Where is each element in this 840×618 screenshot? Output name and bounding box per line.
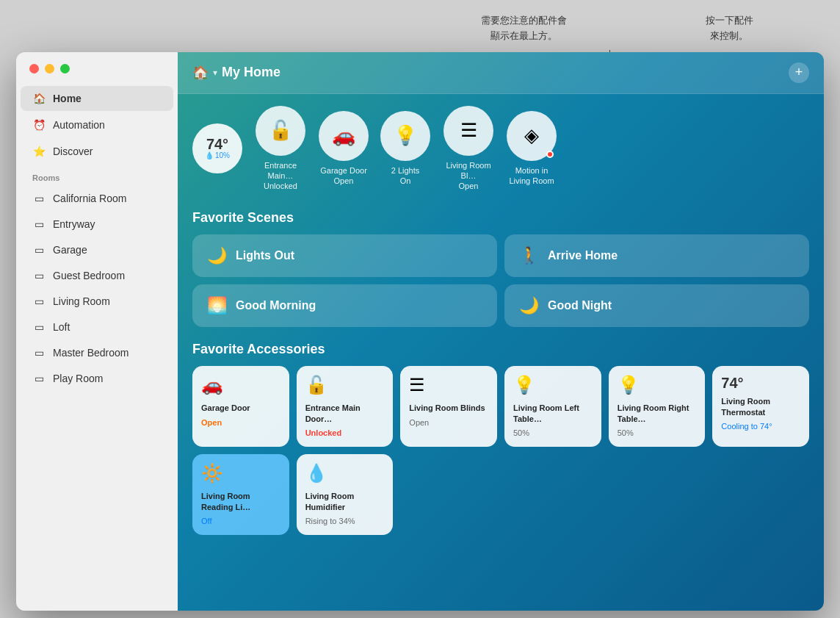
thermostat-humidity: 💧10%: [205, 151, 230, 159]
accessory-name-reading-light: Living Room Reading Li…: [201, 491, 280, 512]
scene-label-arrive-home: Arrive Home: [548, 249, 618, 262]
status-item-entrance-door[interactable]: 🔓 Entrance Main… Unlocked: [254, 106, 307, 192]
add-button[interactable]: +: [789, 62, 809, 83]
room-icon-entryway: ▭: [32, 218, 46, 231]
scene-good-morning[interactable]: 🌅 Good Morning: [192, 284, 497, 327]
accessory-status-reading-light: Off: [201, 517, 280, 525]
scene-icon-good-night: 🌙: [519, 296, 539, 315]
accessory-garage-door[interactable]: 🚗 Garage Door Open: [192, 366, 289, 447]
main-header: 🏠 ▾ My Home +: [178, 52, 824, 94]
traffic-light-minimize[interactable]: [45, 64, 54, 73]
status-item-garage-door[interactable]: 🚗 Garage Door Open: [319, 111, 369, 187]
sidebar-room-label-loft: Loft: [53, 321, 70, 333]
sidebar-item-home-label: Home: [53, 93, 82, 104]
header-chevron-icon[interactable]: ▾: [213, 68, 217, 78]
accessory-name-living-room-blinds: Living Room Blinds: [409, 403, 488, 413]
room-icon-california-room: ▭: [32, 192, 46, 205]
accessory-right-table-lamp[interactable]: 💡 Living Room Right Table… 50%: [609, 366, 706, 447]
status-icon-garage-door: 🚗: [332, 124, 355, 147]
scene-good-night[interactable]: 🌙 Good Night: [504, 284, 809, 327]
traffic-light-close[interactable]: [29, 64, 39, 73]
sidebar-room-label-guest-bedroom: Guest Bedroom: [53, 270, 125, 281]
accessory-thermostat[interactable]: 74° Living Room Thermostat Cooling to 74…: [712, 366, 809, 447]
sidebar-item-garage[interactable]: ▭ Garage: [21, 237, 173, 262]
accessory-temp-thermostat: 74°: [721, 375, 800, 392]
accessory-icon-reading-light: 🔆: [201, 463, 280, 484]
room-icon-living-room: ▭: [32, 295, 46, 308]
status-item-living-room-blinds[interactable]: ☰ Living Room Bl… Open: [442, 106, 495, 192]
accessory-icon-left-table-lamp: 💡: [513, 375, 593, 395]
rooms-section-header: Rooms: [16, 165, 178, 185]
room-icon-play-room: ▭: [32, 372, 46, 385]
traffic-lights: [16, 52, 178, 82]
accessory-icon-entrance-door: 🔓: [305, 375, 385, 395]
annotation-left: 需要您注意的配件會 顯示在最上方。: [481, 13, 567, 44]
accessory-icon-living-room-blinds: ☰: [409, 375, 488, 395]
sidebar-item-play-room[interactable]: ▭ Play Room: [21, 366, 173, 391]
scene-icon-lights-out: 🌙: [207, 246, 227, 265]
header-title: My Home: [222, 65, 280, 80]
accessory-entrance-door[interactable]: 🔓 Entrance Main Door… Unlocked: [297, 366, 394, 447]
sidebar-item-california-room[interactable]: ▭ California Room: [21, 186, 173, 211]
status-circle-entrance-door: 🔓: [256, 106, 305, 156]
sidebar-item-master-bedroom[interactable]: ▭ Master Bedroom: [21, 340, 173, 365]
sidebar-item-discover[interactable]: ⭐ Discover: [21, 139, 173, 164]
accessory-icon-right-table-lamp: 💡: [618, 375, 697, 395]
sidebar-item-loft[interactable]: ▭ Loft: [21, 315, 173, 339]
accessory-living-room-blinds[interactable]: ☰ Living Room Blinds Open: [400, 366, 497, 447]
status-items: 🔓 Entrance Main… Unlocked 🚗 Garage Door …: [254, 106, 557, 192]
accessory-icon-humidifier: 💧: [305, 463, 385, 484]
accessories-grid: 🚗 Garage Door Open 🔓 Entrance Main Door……: [192, 366, 809, 535]
accessory-name-humidifier: Living Room Humidifier: [305, 491, 385, 512]
accessory-status-humidifier: Rising to 34%: [305, 517, 385, 525]
app-window: 🏠 Home ⏰ Automation ⭐ Discover Rooms ▭ C…: [16, 52, 824, 611]
scene-arrive-home[interactable]: 🚶 Arrive Home: [504, 234, 809, 277]
sidebar-item-automation[interactable]: ⏰ Automation: [21, 112, 173, 137]
sidebar-item-living-room[interactable]: ▭ Living Room: [21, 289, 173, 314]
sidebar-rooms: ▭ California Room ▭ Entryway ▭ Garage ▭ …: [16, 185, 178, 392]
scene-label-lights-out: Lights Out: [236, 249, 294, 262]
discover-icon: ⭐: [32, 145, 46, 158]
status-label-lights: 2 Lights On: [391, 165, 420, 187]
status-label-garage-door: Garage Door Open: [320, 165, 367, 187]
status-thermostat[interactable]: 74° 💧10%: [192, 123, 242, 173]
sidebar-nav: 🏠 Home ⏰ Automation ⭐ Discover Rooms ▭ C…: [16, 82, 178, 611]
home-icon: 🏠: [32, 92, 46, 105]
status-circle-living-room-blinds: ☰: [443, 106, 493, 156]
sidebar-room-label-master-bedroom: Master Bedroom: [53, 347, 128, 359]
accessory-humidifier[interactable]: 💧 Living Room Humidifier Rising to 34%: [297, 454, 394, 535]
room-icon-guest-bedroom: ▭: [32, 269, 46, 282]
sidebar-item-home[interactable]: 🏠 Home: [21, 86, 173, 111]
accessory-status-living-room-blinds: Open: [409, 418, 488, 427]
status-item-lights[interactable]: 💡 2 Lights On: [380, 111, 430, 187]
main-content: 🏠 ▾ My Home + 74° 💧10% 🔓 Entrance: [178, 52, 824, 611]
sidebar-item-guest-bedroom[interactable]: ▭ Guest Bedroom: [21, 263, 173, 288]
accessory-icon-garage-door: 🚗: [201, 375, 280, 395]
sidebar-room-label-garage: Garage: [53, 244, 87, 256]
scene-label-good-morning: Good Morning: [236, 299, 316, 312]
favorite-accessories-title: Favorite Accessories: [192, 342, 809, 357]
status-icon-living-room-blinds: ☰: [460, 119, 477, 142]
sidebar-item-entryway[interactable]: ▭ Entryway: [21, 212, 173, 237]
accessory-status-left-table-lamp: 50%: [513, 428, 593, 437]
sidebar-room-label-play-room: Play Room: [53, 373, 103, 384]
scenes-grid: 🌙 Lights Out 🚶 Arrive Home 🌅 Good Mornin…: [192, 234, 809, 327]
accessory-reading-light[interactable]: 🔆 Living Room Reading Li… Off: [192, 454, 289, 535]
status-circle-garage-door: 🚗: [319, 111, 369, 161]
sidebar-item-discover-label: Discover: [53, 145, 93, 157]
status-circle-motion: ◈: [507, 111, 557, 161]
thermostat-circle: 74° 💧10%: [192, 123, 242, 173]
status-item-motion[interactable]: ◈ Motion in Living Room: [507, 111, 557, 187]
accessory-left-table-lamp[interactable]: 💡 Living Room Left Table… 50%: [504, 366, 601, 447]
sidebar-room-label-california-room: California Room: [53, 193, 126, 204]
status-circle-lights: 💡: [380, 111, 430, 161]
status-bar: 74° 💧10% 🔓 Entrance Main… Unlocked 🚗 Gar…: [178, 94, 824, 204]
scene-label-good-night: Good Night: [548, 299, 612, 312]
sidebar-room-label-living-room: Living Room: [53, 295, 110, 307]
status-label-motion: Motion in Living Room: [509, 165, 554, 187]
status-dot-motion: [546, 151, 554, 158]
traffic-light-maximize[interactable]: [60, 64, 70, 73]
accessory-status-entrance-door: Unlocked: [305, 428, 385, 437]
scene-lights-out[interactable]: 🌙 Lights Out: [192, 234, 497, 277]
accessory-status-thermostat: Cooling to 74°: [721, 422, 800, 431]
